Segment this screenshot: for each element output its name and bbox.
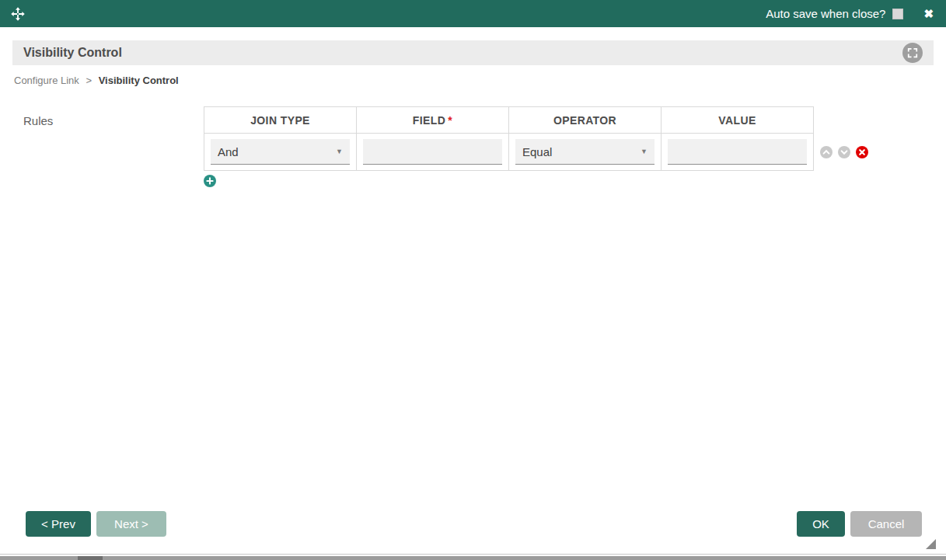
operator-select[interactable]: Equal ▼ <box>515 139 655 165</box>
join-type-select[interactable]: And ▼ <box>211 139 350 165</box>
operator-selected-value: Equal <box>522 145 641 158</box>
rules-table-header-row: JOIN TYPE FIELD* OPERATOR VALUE <box>204 107 814 134</box>
row-actions <box>820 146 868 158</box>
move-row-down-icon[interactable] <box>838 146 850 158</box>
chevron-down-icon: ▼ <box>641 148 648 155</box>
resize-handle[interactable] <box>926 539 936 549</box>
prev-button[interactable]: < Prev <box>26 511 91 537</box>
rule-row: And ▼ Equal ▼ <box>204 134 814 171</box>
close-icon[interactable]: ✖ <box>923 8 934 19</box>
fullscreen-icon[interactable] <box>902 43 923 63</box>
add-rule-icon[interactable] <box>204 175 216 187</box>
breadcrumb-configure-link[interactable]: Configure Link <box>14 75 79 86</box>
column-header-value: VALUE <box>662 107 814 134</box>
background-scrollbar-thumb <box>78 556 103 560</box>
field-input[interactable] <box>363 139 502 165</box>
breadcrumb: Configure Link > Visibility Control <box>14 75 179 86</box>
visibility-control-dialog: Auto save when close? ✖ Visibility Contr… <box>0 0 946 555</box>
chevron-down-icon: ▼ <box>336 148 343 155</box>
move-row-up-icon[interactable] <box>820 146 833 158</box>
background-page-edge <box>0 556 946 560</box>
delete-row-icon[interactable] <box>856 146 868 158</box>
required-asterisk: * <box>448 114 452 127</box>
dialog-titlebar: Auto save when close? ✖ <box>0 0 946 27</box>
breadcrumb-separator: > <box>86 75 92 86</box>
auto-save-checkbox[interactable] <box>892 9 903 19</box>
column-header-field: FIELD* <box>357 107 509 134</box>
column-header-join-type: JOIN TYPE <box>204 107 357 134</box>
cancel-button[interactable]: Cancel <box>850 511 922 537</box>
column-header-operator: OPERATOR <box>509 107 662 134</box>
join-type-selected-value: And <box>218 145 336 158</box>
rules-table: JOIN TYPE FIELD* OPERATOR VALUE And ▼ <box>204 106 814 171</box>
auto-save-label: Auto save when close? <box>766 7 885 20</box>
rules-label: Rules <box>23 114 53 127</box>
breadcrumb-current: Visibility Control <box>99 75 179 86</box>
ok-button[interactable]: OK <box>797 511 845 537</box>
page-title: Visibility Control <box>23 46 122 60</box>
next-button[interactable]: Next > <box>96 511 166 537</box>
value-input[interactable] <box>668 139 807 165</box>
move-icon[interactable] <box>9 5 26 23</box>
panel-title-bar: Visibility Control <box>12 40 934 65</box>
